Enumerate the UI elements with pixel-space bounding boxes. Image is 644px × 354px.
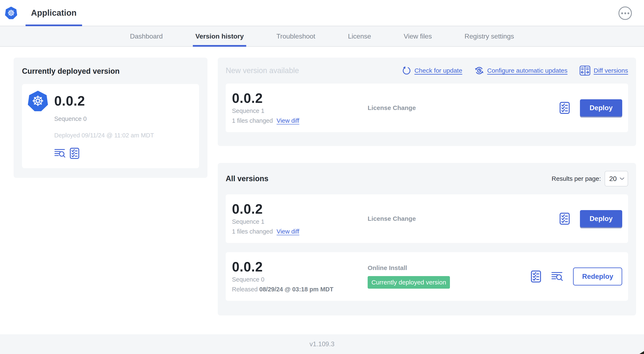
tab-troubleshoot[interactable]: Troubleshoot bbox=[276, 26, 316, 46]
tab-view-files[interactable]: View files bbox=[403, 26, 433, 46]
checklist-icon[interactable] bbox=[70, 148, 79, 159]
tab-registry-settings[interactable]: Registry settings bbox=[464, 26, 515, 46]
redeploy-button[interactable]: Redeploy bbox=[573, 267, 622, 285]
refresh-icon bbox=[402, 66, 411, 75]
view-diff-link[interactable]: View diff bbox=[276, 228, 300, 235]
configure-automatic-updates-label: Configure automatic updates bbox=[487, 67, 568, 74]
new-version-title: New version available bbox=[226, 66, 299, 75]
app-title: Application bbox=[31, 8, 77, 18]
version-row: 0.0.2 Sequence 1 1 files changed View di… bbox=[226, 194, 628, 243]
results-per-page-value: 20 bbox=[609, 175, 617, 183]
checklist-icon[interactable] bbox=[560, 213, 570, 225]
kubernetes-logo-icon: ☸ bbox=[5, 7, 17, 19]
deployed-sequence: Sequence 0 bbox=[54, 115, 193, 122]
row-version-number: 0.0.2 bbox=[232, 260, 368, 273]
logs-icon[interactable] bbox=[54, 148, 66, 158]
checklist-icon[interactable] bbox=[531, 270, 541, 282]
deployed-version-number: 0.0.2 bbox=[54, 93, 85, 109]
row-files-changed: 1 files changed bbox=[232, 117, 273, 124]
version-actions: Check for update Configure automatic upd… bbox=[402, 66, 628, 76]
row-change-type: Online Install bbox=[368, 264, 522, 271]
deploy-button[interactable]: Deploy bbox=[580, 99, 622, 117]
new-version-row: 0.0.2 Sequence 1 1 files changed View di… bbox=[226, 84, 628, 132]
tab-dashboard[interactable]: Dashboard bbox=[129, 26, 164, 46]
row-released-date: 08/29/24 @ 03:18 pm MDT bbox=[260, 286, 334, 293]
new-version-panel: New version available Check for update bbox=[218, 58, 636, 146]
row-sequence: Sequence 0 bbox=[232, 276, 368, 283]
checklist-icon[interactable] bbox=[560, 102, 570, 114]
menu-dot bbox=[628, 12, 629, 14]
configure-automatic-updates-link[interactable]: Configure automatic updates bbox=[474, 66, 568, 75]
diff-versions-label: Diff versions bbox=[594, 67, 628, 74]
auto-update-clock-icon bbox=[474, 66, 484, 75]
currently-deployed-badge: Currently deployed version bbox=[368, 276, 450, 289]
results-per-page-label: Results per page: bbox=[552, 175, 601, 182]
deployed-timestamp: Deployed 09/11/24 @ 11:02 am MDT bbox=[54, 132, 193, 139]
tab-license[interactable]: License bbox=[347, 26, 372, 46]
main-content: Currently deployed version ☸ 0.0.2 Seque… bbox=[0, 47, 644, 315]
all-versions-title: All versions bbox=[226, 174, 268, 183]
all-versions-panel: All versions Results per page: 20 0.0 bbox=[218, 163, 636, 315]
row-change-type: License Change bbox=[368, 215, 551, 222]
logs-icon[interactable] bbox=[551, 271, 563, 282]
diff-versions-link[interactable]: Diff versions bbox=[580, 66, 628, 76]
view-diff-link[interactable]: View diff bbox=[276, 117, 300, 124]
row-files-changed: 1 files changed bbox=[232, 228, 273, 235]
admin-console-page: ☸ Application Dashboard Version history … bbox=[0, 0, 644, 354]
check-for-update-label: Check for update bbox=[414, 67, 462, 74]
currently-deployed-panel: Currently deployed version ☸ 0.0.2 Seque… bbox=[14, 58, 208, 178]
console-version: v1.109.3 bbox=[310, 340, 334, 348]
check-for-update-link[interactable]: Check for update bbox=[402, 66, 462, 75]
row-released-prefix: Released bbox=[232, 286, 260, 293]
deploy-button[interactable]: Deploy bbox=[580, 210, 622, 227]
menu-dot bbox=[624, 12, 626, 14]
currently-deployed-card: ☸ 0.0.2 Sequence 0 Deployed 09/11/24 @ 1… bbox=[22, 84, 199, 168]
version-row: 0.0.2 Sequence 0 Released 08/29/24 @ 03:… bbox=[226, 252, 628, 301]
row-sequence: Sequence 1 bbox=[232, 108, 368, 114]
row-sequence: Sequence 1 bbox=[232, 218, 368, 225]
top-bar: ☸ Application bbox=[0, 0, 644, 26]
ellipsis-menu-icon[interactable] bbox=[618, 7, 632, 20]
row-version-number: 0.0.2 bbox=[232, 202, 368, 216]
row-change-type: License Change bbox=[368, 104, 551, 111]
currently-deployed-title: Currently deployed version bbox=[22, 67, 199, 76]
tab-version-history[interactable]: Version history bbox=[194, 26, 244, 46]
menu-dot bbox=[621, 12, 623, 14]
chevron-down-icon bbox=[620, 177, 624, 180]
diff-icon bbox=[580, 66, 590, 76]
row-version-number: 0.0.2 bbox=[232, 92, 368, 105]
nav-tabs: Dashboard Version history Troubleshoot L… bbox=[0, 26, 644, 47]
footer: v1.109.3 bbox=[0, 334, 644, 354]
kubernetes-logo-icon: ☸ bbox=[28, 91, 48, 111]
app-tab[interactable]: Application bbox=[26, 0, 82, 26]
results-per-page-select[interactable]: 20 bbox=[605, 171, 628, 186]
right-column: New version available Check for update bbox=[218, 58, 636, 315]
